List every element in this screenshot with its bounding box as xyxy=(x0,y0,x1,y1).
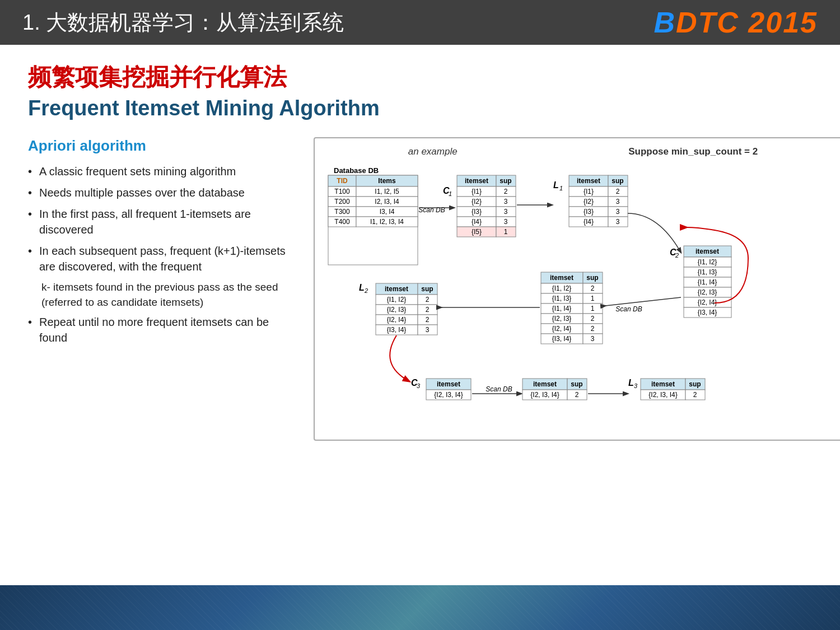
svg-text:{I2}: {I2} xyxy=(472,198,482,206)
svg-text:1: 1 xyxy=(559,185,563,192)
scan-db-mid: Scan DB xyxy=(615,305,642,313)
svg-text:2: 2 xyxy=(426,316,430,324)
header-brand: BDTC 2015 xyxy=(654,6,818,39)
svg-text:T400: T400 xyxy=(334,218,350,226)
svg-text:{I2, I4}: {I2, I4} xyxy=(552,325,572,333)
diagram-suppose-label: Suppose min_sup_count = 2 xyxy=(628,146,758,157)
svg-text:{I2}: {I2} xyxy=(584,198,594,206)
diagram-example-label: an example xyxy=(408,146,458,157)
l2-label: L xyxy=(359,283,365,292)
svg-text:itemset: itemset xyxy=(437,380,460,388)
svg-text:3: 3 xyxy=(504,198,508,206)
svg-text:{I3, I4}: {I3, I4} xyxy=(552,335,572,343)
svg-text:sup: sup xyxy=(571,380,582,388)
svg-text:I3, I4: I3, I4 xyxy=(380,208,395,216)
svg-text:{I3, I4}: {I3, I4} xyxy=(387,326,407,334)
header: 1. 大数据机器学习：从算法到系统 BDTC 2015 xyxy=(0,0,840,45)
svg-text:2: 2 xyxy=(693,391,697,399)
svg-text:2: 2 xyxy=(364,287,368,294)
svg-text:I1, I2, I5: I1, I2, I5 xyxy=(375,188,399,195)
content-area: Apriori algorithm A classic frequent set… xyxy=(28,137,812,441)
svg-text:3: 3 xyxy=(634,382,638,389)
header-title: 1. 大数据机器学习：从算法到系统 xyxy=(22,8,344,37)
svg-text:2: 2 xyxy=(616,188,620,195)
svg-text:{I2, I3, I4}: {I2, I3, I4} xyxy=(530,391,559,399)
svg-text:3: 3 xyxy=(417,382,421,389)
svg-text:T100: T100 xyxy=(334,188,350,195)
svg-text:{I1, I2}: {I1, I2} xyxy=(698,258,717,266)
list-item: In each subsequent pass, frequent (k+1)-… xyxy=(28,243,297,274)
svg-text:2: 2 xyxy=(591,315,595,323)
l1-label: L xyxy=(553,180,559,190)
svg-text:{I3, I4}: {I3, I4} xyxy=(698,309,717,316)
svg-text:sup: sup xyxy=(586,274,598,282)
svg-text:{I2, I3}: {I2, I3} xyxy=(552,315,572,323)
list-item: Repeat until no more frequent itemsets c… xyxy=(28,314,297,346)
svg-text:I1, I2, I3, I4: I1, I2, I3, I4 xyxy=(370,218,404,226)
list-item: In the first pass, all frequent 1-itemse… xyxy=(28,206,297,237)
svg-text:3: 3 xyxy=(616,218,620,226)
svg-text:{I3}: {I3} xyxy=(472,208,482,216)
svg-text:{I2, I3, I4}: {I2, I3, I4} xyxy=(434,391,463,399)
svg-text:3: 3 xyxy=(504,218,508,226)
scan-db-bot: Scan DB xyxy=(486,385,512,393)
svg-text:sup: sup xyxy=(421,285,433,293)
svg-text:3: 3 xyxy=(426,326,430,334)
brand-b: B xyxy=(654,6,676,39)
l3-label: L xyxy=(628,378,634,388)
svg-text:itemset: itemset xyxy=(577,177,600,185)
bullet-list: A classic frequent sets mining algorithm… xyxy=(28,164,297,274)
list-item: Needs multiple passes over the database xyxy=(28,185,297,200)
svg-text:{I1, I2}: {I1, I2} xyxy=(387,296,407,304)
svg-text:{I1}: {I1} xyxy=(584,188,594,195)
svg-text:2: 2 xyxy=(575,391,579,399)
db-label: Database DB xyxy=(334,166,379,175)
slide-title-zh: 频繁项集挖掘并行化算法 xyxy=(28,62,812,93)
svg-text:itemset: itemset xyxy=(696,248,719,255)
apriori-diagram: Database DB TID Items T100 I1, I2, I5 T2… xyxy=(323,163,840,432)
svg-text:3: 3 xyxy=(616,198,620,206)
svg-text:{I1, I2}: {I1, I2} xyxy=(552,284,572,292)
svg-text:sup: sup xyxy=(689,380,701,388)
svg-text:{I2, I3}: {I2, I3} xyxy=(698,288,717,296)
list-item: A classic frequent sets mining algorithm xyxy=(28,164,297,179)
svg-text:{I1, I4}: {I1, I4} xyxy=(552,305,572,312)
svg-text:itemset: itemset xyxy=(651,380,675,388)
svg-text:TID: TID xyxy=(337,177,348,185)
brand-dtc: DTC xyxy=(676,6,739,39)
svg-text:itemset: itemset xyxy=(465,177,488,185)
svg-text:{I2, I4}: {I2, I4} xyxy=(698,298,717,306)
scan-db-top: Scan DB xyxy=(418,206,445,214)
svg-text:1: 1 xyxy=(449,190,452,197)
svg-text:{I1, I3}: {I1, I3} xyxy=(552,295,572,302)
svg-line-112 xyxy=(605,297,681,306)
svg-text:{I4}: {I4} xyxy=(584,218,594,226)
slide-title-en: Frequent Itemset Mining Algorithm xyxy=(28,96,812,120)
svg-text:{I1}: {I1} xyxy=(472,188,482,195)
svg-text:itemset: itemset xyxy=(533,380,557,388)
svg-text:{I5}: {I5} xyxy=(472,228,482,236)
footer-pattern xyxy=(0,585,840,630)
svg-text:2: 2 xyxy=(426,306,430,314)
svg-text:3: 3 xyxy=(591,335,595,343)
svg-text:2: 2 xyxy=(591,284,595,292)
sub-text: k- itemsets found in the previous pass a… xyxy=(28,280,297,310)
svg-text:2: 2 xyxy=(675,252,679,259)
svg-text:T300: T300 xyxy=(334,208,350,216)
svg-text:{I4}: {I4} xyxy=(472,218,482,226)
svg-text:I2, I3, I4: I2, I3, I4 xyxy=(375,198,399,206)
brand-year: 2015 xyxy=(739,6,818,39)
svg-text:1: 1 xyxy=(591,305,595,312)
right-panel: an example Suppose min_sup_count = 2 Dat… xyxy=(314,137,840,441)
svg-text:2: 2 xyxy=(426,296,430,304)
svg-text:T200: T200 xyxy=(334,198,350,206)
svg-text:3: 3 xyxy=(616,208,620,216)
diagram-header: an example Suppose min_sup_count = 2 xyxy=(323,146,840,157)
svg-text:2: 2 xyxy=(591,325,595,333)
svg-text:{I2, I4}: {I2, I4} xyxy=(387,316,407,324)
svg-text:Items: Items xyxy=(378,177,396,185)
svg-text:{I1, I4}: {I1, I4} xyxy=(698,278,717,286)
svg-text:{I1, I3}: {I1, I3} xyxy=(698,268,717,276)
svg-text:3: 3 xyxy=(504,208,508,216)
svg-text:{I2, I3, I4}: {I2, I3, I4} xyxy=(648,391,677,399)
